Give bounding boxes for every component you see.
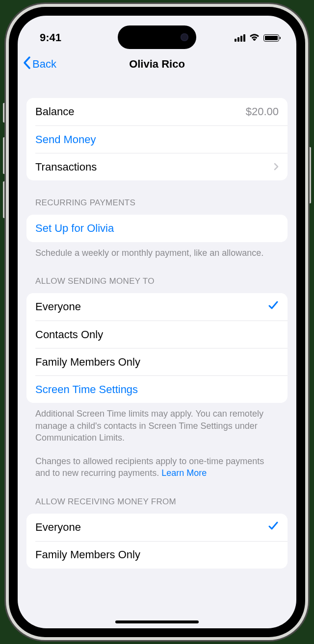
back-label: Back [32, 58, 56, 71]
navigation-bar: Back Olivia Rico [18, 50, 296, 78]
sending-section: Everyone Contacts Only Family Members On… [26, 293, 288, 403]
chevron-right-icon [274, 161, 279, 173]
phone-frame: 9:41 [6, 4, 308, 640]
sending-option-family[interactable]: Family Members Only [35, 348, 288, 375]
transactions-label: Transactions [35, 161, 97, 173]
transactions-button[interactable]: Transactions [35, 153, 288, 180]
status-icons [235, 33, 279, 43]
recurring-header: RECURRING PAYMENTS [26, 198, 288, 212]
balance-section: Balance $20.00 Send Money Transactions [26, 98, 288, 180]
sending-header: ALLOW SENDING MONEY TO [26, 276, 288, 290]
back-button[interactable]: Back [23, 56, 56, 73]
setup-recurring-button[interactable]: Set Up for Olivia [26, 215, 288, 242]
chevron-left-icon [23, 56, 31, 73]
checkmark-icon [268, 300, 279, 314]
battery-icon [263, 34, 279, 42]
sending-option-everyone[interactable]: Everyone [26, 293, 288, 321]
receiving-option-everyone[interactable]: Everyone [26, 514, 288, 541]
send-money-button[interactable]: Send Money [35, 125, 288, 153]
cellular-signal-icon [235, 34, 245, 42]
recurring-footer: Schedule a weekly or monthly payment, li… [26, 242, 288, 259]
sending-footer-2: Changes to allowed recipients apply to o… [26, 450, 288, 479]
balance-value: $20.00 [246, 105, 279, 118]
page-title: Olivia Rico [129, 58, 185, 71]
balance-label: Balance [35, 105, 75, 118]
learn-more-link[interactable]: Learn More [161, 468, 207, 478]
receiving-section: Everyone Family Members Only [26, 514, 288, 569]
screen: 9:41 [18, 16, 296, 628]
receiving-option-family[interactable]: Family Members Only [35, 541, 288, 569]
sending-option-contacts[interactable]: Contacts Only [35, 321, 288, 348]
status-time: 9:41 [40, 31, 61, 44]
home-indicator[interactable] [115, 620, 199, 623]
wifi-icon [249, 33, 260, 43]
receiving-header: ALLOW RECEIVING MONEY FROM [26, 497, 288, 511]
screen-time-settings-button[interactable]: Screen Time Settings [35, 375, 288, 403]
dynamic-island [118, 25, 196, 49]
sending-footer-1: Additional Screen Time limits may apply.… [26, 403, 288, 444]
checkmark-icon [268, 520, 279, 534]
content: Balance $20.00 Send Money Transactions R… [18, 78, 296, 569]
recurring-section: Set Up for Olivia [26, 215, 288, 242]
balance-row: Balance $20.00 [26, 98, 288, 125]
